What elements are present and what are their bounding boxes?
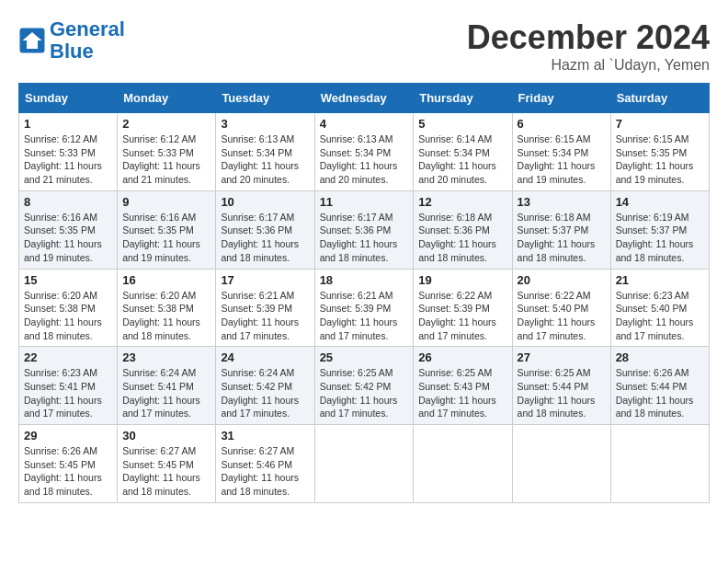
header-wednesday: Wednesday xyxy=(314,84,414,113)
day-number: 13 xyxy=(518,195,606,209)
month-title: December 2024 xyxy=(467,18,710,57)
header-monday: Monday xyxy=(118,84,216,113)
day-number: 18 xyxy=(320,273,409,287)
day-number: 26 xyxy=(418,350,506,364)
calendar-row: 1 Sunrise: 6:12 AM Sunset: 5:33 PM Dayli… xyxy=(19,113,710,191)
day-detail: Sunrise: 6:17 AM Sunset: 5:36 PM Dayligh… xyxy=(320,211,409,265)
day-number: 24 xyxy=(221,350,309,364)
table-row: 28 Sunrise: 6:26 AM Sunset: 5:44 PM Dayl… xyxy=(610,347,709,425)
day-number: 11 xyxy=(320,195,409,209)
table-row: 14 Sunrise: 6:19 AM Sunset: 5:37 PM Dayl… xyxy=(610,190,709,269)
day-detail: Sunrise: 6:24 AM Sunset: 5:41 PM Dayligh… xyxy=(122,366,210,420)
table-row: 18 Sunrise: 6:21 AM Sunset: 5:39 PM Dayl… xyxy=(314,269,414,347)
table-row: 30 Sunrise: 6:27 AM Sunset: 5:45 PM Dayl… xyxy=(118,425,216,503)
day-number: 6 xyxy=(518,117,606,131)
day-detail: Sunrise: 6:23 AM Sunset: 5:40 PM Dayligh… xyxy=(616,289,704,343)
table-row: 25 Sunrise: 6:25 AM Sunset: 5:42 PM Dayl… xyxy=(314,347,414,425)
day-detail: Sunrise: 6:25 AM Sunset: 5:44 PM Dayligh… xyxy=(518,366,606,420)
day-number: 20 xyxy=(518,273,606,287)
day-detail: Sunrise: 6:18 AM Sunset: 5:36 PM Dayligh… xyxy=(418,211,506,265)
table-row: 26 Sunrise: 6:25 AM Sunset: 5:43 PM Dayl… xyxy=(414,347,512,425)
calendar-table: Sunday Monday Tuesday Wednesday Thursday… xyxy=(18,83,710,503)
table-row: 4 Sunrise: 6:13 AM Sunset: 5:34 PM Dayli… xyxy=(314,113,414,191)
day-detail: Sunrise: 6:21 AM Sunset: 5:39 PM Dayligh… xyxy=(221,289,309,343)
calendar-row: 8 Sunrise: 6:16 AM Sunset: 5:35 PM Dayli… xyxy=(19,190,710,269)
day-number: 23 xyxy=(122,350,210,364)
day-number: 2 xyxy=(122,117,210,131)
day-number: 16 xyxy=(122,273,210,287)
day-number: 25 xyxy=(320,350,409,364)
day-detail: Sunrise: 6:15 AM Sunset: 5:35 PM Dayligh… xyxy=(616,132,704,187)
day-detail: Sunrise: 6:16 AM Sunset: 5:35 PM Dayligh… xyxy=(24,211,112,265)
table-row: 3 Sunrise: 6:13 AM Sunset: 5:34 PM Dayli… xyxy=(216,113,314,191)
table-row: 10 Sunrise: 6:17 AM Sunset: 5:36 PM Dayl… xyxy=(216,190,314,269)
table-row: 20 Sunrise: 6:22 AM Sunset: 5:40 PM Dayl… xyxy=(512,269,610,347)
day-number: 27 xyxy=(518,350,606,364)
day-detail: Sunrise: 6:26 AM Sunset: 5:44 PM Dayligh… xyxy=(616,366,704,420)
day-number: 7 xyxy=(616,117,704,131)
table-row: 6 Sunrise: 6:15 AM Sunset: 5:34 PM Dayli… xyxy=(512,113,610,191)
day-number: 4 xyxy=(320,117,409,131)
day-detail: Sunrise: 6:22 AM Sunset: 5:40 PM Dayligh… xyxy=(518,289,606,343)
logo-icon xyxy=(18,27,46,54)
table-row xyxy=(314,425,414,503)
table-row: 1 Sunrise: 6:12 AM Sunset: 5:33 PM Dayli… xyxy=(19,113,118,191)
table-row xyxy=(610,425,709,503)
location-title: Hazm al `Udayn, Yemen xyxy=(467,57,710,74)
table-row: 27 Sunrise: 6:25 AM Sunset: 5:44 PM Dayl… xyxy=(512,347,610,425)
day-detail: Sunrise: 6:20 AM Sunset: 5:38 PM Dayligh… xyxy=(24,289,112,343)
table-row: 8 Sunrise: 6:16 AM Sunset: 5:35 PM Dayli… xyxy=(19,190,118,269)
day-detail: Sunrise: 6:25 AM Sunset: 5:43 PM Dayligh… xyxy=(418,366,506,420)
header-row: Sunday Monday Tuesday Wednesday Thursday… xyxy=(19,84,710,113)
day-number: 8 xyxy=(24,195,112,209)
logo: General Blue xyxy=(18,18,125,63)
day-number: 12 xyxy=(418,195,506,209)
day-number: 19 xyxy=(418,273,506,287)
day-number: 15 xyxy=(24,273,112,287)
day-detail: Sunrise: 6:27 AM Sunset: 5:46 PM Dayligh… xyxy=(221,444,309,499)
day-detail: Sunrise: 6:21 AM Sunset: 5:39 PM Dayligh… xyxy=(320,289,409,343)
day-number: 5 xyxy=(418,117,506,131)
day-number: 22 xyxy=(24,350,112,364)
header-sunday: Sunday xyxy=(19,84,118,113)
day-detail: Sunrise: 6:25 AM Sunset: 5:42 PM Dayligh… xyxy=(320,366,409,420)
day-detail: Sunrise: 6:22 AM Sunset: 5:39 PM Dayligh… xyxy=(418,289,506,343)
table-row: 16 Sunrise: 6:20 AM Sunset: 5:38 PM Dayl… xyxy=(118,269,216,347)
title-area: December 2024 Hazm al `Udayn, Yemen xyxy=(467,18,710,74)
table-row: 23 Sunrise: 6:24 AM Sunset: 5:41 PM Dayl… xyxy=(118,347,216,425)
day-detail: Sunrise: 6:15 AM Sunset: 5:34 PM Dayligh… xyxy=(518,132,606,187)
header-friday: Friday xyxy=(512,84,610,113)
day-detail: Sunrise: 6:13 AM Sunset: 5:34 PM Dayligh… xyxy=(320,132,409,187)
day-number: 10 xyxy=(221,195,309,209)
table-row: 9 Sunrise: 6:16 AM Sunset: 5:35 PM Dayli… xyxy=(118,190,216,269)
day-number: 30 xyxy=(122,429,210,442)
table-row: 11 Sunrise: 6:17 AM Sunset: 5:36 PM Dayl… xyxy=(314,190,414,269)
day-detail: Sunrise: 6:26 AM Sunset: 5:45 PM Dayligh… xyxy=(24,444,112,499)
day-detail: Sunrise: 6:27 AM Sunset: 5:45 PM Dayligh… xyxy=(122,444,210,499)
calendar-row: 15 Sunrise: 6:20 AM Sunset: 5:38 PM Dayl… xyxy=(19,269,710,347)
table-row: 22 Sunrise: 6:23 AM Sunset: 5:41 PM Dayl… xyxy=(19,347,118,425)
day-detail: Sunrise: 6:16 AM Sunset: 5:35 PM Dayligh… xyxy=(122,211,210,265)
table-row: 19 Sunrise: 6:22 AM Sunset: 5:39 PM Dayl… xyxy=(414,269,512,347)
table-row: 13 Sunrise: 6:18 AM Sunset: 5:37 PM Dayl… xyxy=(512,190,610,269)
table-row: 7 Sunrise: 6:15 AM Sunset: 5:35 PM Dayli… xyxy=(610,113,709,191)
day-number: 3 xyxy=(221,117,309,131)
day-number: 14 xyxy=(616,195,704,209)
day-number: 9 xyxy=(122,195,210,209)
table-row: 2 Sunrise: 6:12 AM Sunset: 5:33 PM Dayli… xyxy=(118,113,216,191)
day-number: 1 xyxy=(24,117,112,131)
day-number: 17 xyxy=(221,273,309,287)
table-row: 31 Sunrise: 6:27 AM Sunset: 5:46 PM Dayl… xyxy=(216,425,314,503)
header-thursday: Thursday xyxy=(414,84,512,113)
table-row: 17 Sunrise: 6:21 AM Sunset: 5:39 PM Dayl… xyxy=(216,269,314,347)
calendar-row: 29 Sunrise: 6:26 AM Sunset: 5:45 PM Dayl… xyxy=(19,425,710,503)
day-detail: Sunrise: 6:23 AM Sunset: 5:41 PM Dayligh… xyxy=(24,366,112,420)
page-header: General Blue December 2024 Hazm al `Uday… xyxy=(18,18,710,74)
header-saturday: Saturday xyxy=(610,84,709,113)
day-number: 31 xyxy=(221,429,309,442)
day-number: 28 xyxy=(616,350,704,364)
calendar-row: 22 Sunrise: 6:23 AM Sunset: 5:41 PM Dayl… xyxy=(19,347,710,425)
table-row xyxy=(414,425,512,503)
day-detail: Sunrise: 6:12 AM Sunset: 5:33 PM Dayligh… xyxy=(122,132,210,187)
day-number: 29 xyxy=(24,429,112,442)
